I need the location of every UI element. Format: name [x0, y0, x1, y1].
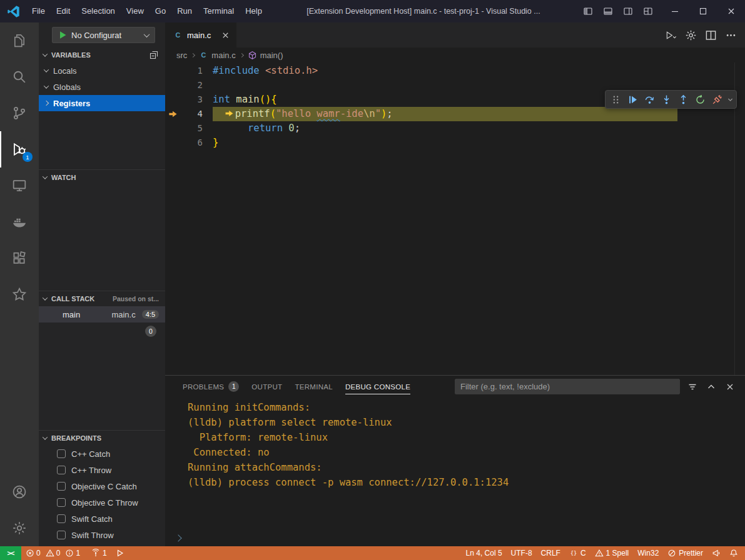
step-into-button[interactable]: [658, 91, 674, 108]
breakpoint-item[interactable]: Swift Throw: [39, 527, 165, 543]
sidebar-row-registers[interactable]: Registers: [39, 95, 165, 111]
breakpoint-item[interactable]: C++ Throw: [39, 462, 165, 478]
step-out-button[interactable]: [675, 91, 691, 108]
more-actions-icon: [725, 29, 737, 41]
breakpoint-checkbox[interactable]: [57, 466, 66, 474]
console-filter-input[interactable]: [455, 379, 680, 394]
breakpoint-item[interactable]: Objective C Throw: [39, 494, 165, 511]
debug-console-input[interactable]: [165, 529, 745, 546]
menu-go[interactable]: Go: [150, 0, 171, 22]
sidebar-row-locals[interactable]: Locals: [39, 62, 165, 79]
sidebar-row-globals[interactable]: Globals: [39, 79, 165, 95]
maximize-button[interactable]: [689, 0, 717, 22]
start-debug-icon[interactable]: [58, 30, 68, 40]
restart-button[interactable]: [692, 91, 708, 108]
code-editor[interactable]: 1#include <stdio.h>23int main(){4 printf…: [165, 62, 745, 375]
activity-run-and-debug[interactable]: 1: [0, 131, 39, 168]
customize-layout-button[interactable]: [639, 2, 657, 20]
step-over-button[interactable]: [641, 91, 657, 108]
editor-scrollbar[interactable]: [734, 62, 745, 375]
drag-grip-button[interactable]: [607, 91, 624, 108]
breakpoint-item[interactable]: C++ Catch: [39, 446, 165, 462]
menu-edit[interactable]: Edit: [51, 0, 76, 22]
line-content[interactable]: }: [213, 136, 677, 150]
minimize-button[interactable]: [661, 0, 689, 22]
activity-favorites[interactable]: [0, 276, 39, 312]
statusbar-left: 0011: [21, 546, 129, 560]
close-icon[interactable]: [221, 31, 230, 40]
status-prettier[interactable]: Prettier: [663, 546, 707, 560]
activity-source-control[interactable]: [0, 95, 39, 131]
variables-header[interactable]: VARIABLES: [39, 48, 165, 62]
callstack-header[interactable]: CALL STACK Paused on st...: [39, 291, 165, 306]
breakpoint-item[interactable]: Objective C Catch: [39, 478, 165, 494]
line-content[interactable]: return 0;: [213, 121, 677, 136]
breadcrumb-item-src[interactable]: src: [176, 51, 187, 60]
breakpoint-checkbox[interactable]: [57, 514, 66, 523]
breakpoint-checkbox[interactable]: [57, 482, 66, 491]
chevron-up-button[interactable]: [704, 379, 719, 394]
chevron-down-button[interactable]: [726, 91, 734, 108]
status-ports-forwarded[interactable]: 1: [87, 546, 111, 560]
panel-tab-output[interactable]: OUTPUT: [245, 376, 288, 398]
menu-terminal[interactable]: Terminal: [198, 0, 240, 22]
status-eol-sequence[interactable]: CRLF: [537, 546, 565, 560]
menu-file[interactable]: File: [26, 0, 51, 22]
activity-extensions[interactable]: [0, 240, 39, 276]
disconnect-button[interactable]: [709, 91, 725, 108]
status-spell-checker[interactable]: 1 Spell: [590, 546, 634, 560]
menu-selection[interactable]: Selection: [76, 0, 120, 22]
panel-tab-terminal[interactable]: TERMINAL: [288, 376, 339, 398]
status-encoding[interactable]: UTF-8: [507, 546, 537, 560]
breakpoint-checkbox[interactable]: [57, 498, 66, 507]
activity-docker[interactable]: [0, 204, 39, 240]
activity-explorer[interactable]: [0, 22, 39, 59]
status-label: UTF-8: [511, 549, 532, 558]
more-actions-button[interactable]: [722, 27, 739, 43]
status-announcements[interactable]: [707, 546, 725, 560]
run-file-button[interactable]: [662, 27, 679, 43]
breakpoint-item[interactable]: Swift Catch: [39, 511, 165, 527]
menu-view[interactable]: View: [121, 0, 150, 22]
close-button[interactable]: [722, 379, 737, 394]
breakpoint-checkbox[interactable]: [57, 449, 66, 458]
line-number: 4: [180, 107, 203, 121]
status-language-mode[interactable]: {}C: [565, 546, 590, 560]
split-editor-button[interactable]: [702, 27, 719, 43]
status-problems-summary[interactable]: 001: [21, 546, 87, 560]
code-lines[interactable]: 1#include <stdio.h>23int main(){4 printf…: [165, 62, 677, 375]
remote-indicator[interactable]: ><: [0, 546, 21, 560]
watch-header[interactable]: WATCH: [39, 170, 165, 185]
status-notifications[interactable]: [725, 546, 742, 560]
filter-lines-button[interactable]: [685, 379, 700, 394]
close-button[interactable]: [717, 0, 745, 22]
breadcrumb-item-main[interactable]: main(): [248, 51, 283, 60]
glyph-margin[interactable]: [165, 109, 180, 119]
breadcrumb-item-main-c[interactable]: Cmain.c: [199, 51, 235, 60]
debug-config-dropdown[interactable]: No Configurat: [52, 27, 155, 43]
continue-button[interactable]: [624, 91, 641, 108]
activity-search[interactable]: [0, 59, 39, 95]
activity-accounts[interactable]: [0, 474, 39, 510]
toggle-panel-button[interactable]: [599, 2, 617, 20]
toggle-secondary-sidebar-button[interactable]: [619, 2, 637, 20]
panel-tab-problems[interactable]: PROBLEMS1: [176, 376, 245, 398]
breakpoint-checkbox[interactable]: [57, 531, 66, 539]
menu-run[interactable]: Run: [171, 0, 198, 22]
menu-help[interactable]: Help: [240, 0, 268, 22]
activity-settings[interactable]: [0, 510, 39, 546]
breakpoints-header[interactable]: BREAKPOINTS: [39, 431, 165, 446]
status-cursor-position[interactable]: Ln 4, Col 5: [462, 546, 507, 560]
toggle-sidebar-button[interactable]: [579, 2, 597, 20]
status-platform-target[interactable]: Win32: [633, 546, 663, 560]
activity-remote-explorer[interactable]: [0, 168, 39, 204]
status-debug-status[interactable]: [111, 546, 129, 560]
gear-button[interactable]: [682, 27, 699, 43]
line-content[interactable]: printf("hello wamr-ide\n");: [213, 107, 677, 121]
panel-tab-debug-console[interactable]: DEBUG CONSOLE: [339, 376, 417, 398]
line-content[interactable]: #include <stdio.h>: [213, 64, 677, 78]
editor-tab-main-c[interactable]: Cmain.c: [165, 22, 236, 48]
minimap[interactable]: [677, 62, 734, 375]
callstack-frame[interactable]: mainmain.c4:5: [39, 306, 165, 322]
variables-header-action[interactable]: [149, 50, 159, 60]
